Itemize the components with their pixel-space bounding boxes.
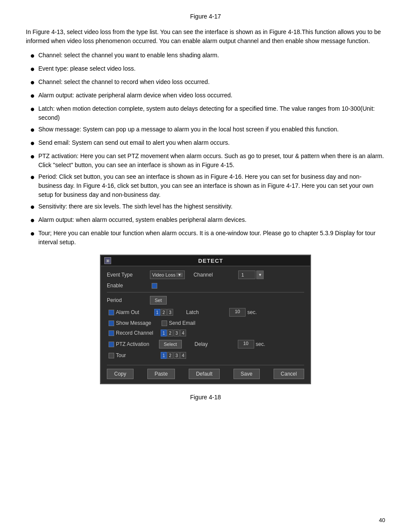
tour-badge-2[interactable]: 2 [167,352,173,359]
list-item: ●Channel: select the channel you want to… [30,51,385,62]
event-type-select[interactable]: Video Loss ▼ [150,271,185,279]
tour-checkbox[interactable] [109,353,114,358]
event-type-label: Event Type [107,272,150,278]
bullet-dot: ● [30,77,35,88]
alarm-out-row: Alarm Out 1 2 3 Latch 10 sec. [107,308,304,317]
page-number: 40 [379,517,385,523]
bullet-dot: ● [30,201,35,213]
event-type-arrow: ▼ [176,273,183,277]
tour-row: Tour 1 2 3 4 [107,352,304,359]
bullet-dot: ● [30,171,35,183]
tour-badge-1[interactable]: 1 [161,352,167,359]
default-button[interactable]: Default [189,369,220,379]
latch-value[interactable]: 10 [229,308,246,317]
bullet-dot: ● [30,50,35,62]
alarm-out-label: Alarm Out [116,309,153,315]
list-item-text: Period: Click set button, you can see an… [38,172,385,199]
list-item-text: Latch: when motion detection complete, s… [38,104,385,122]
figure-top-label: Figure 4-17 [26,13,385,20]
detect-footer: Copy Paste Default Save Cancel [107,365,304,379]
channel-arrow[interactable]: ▼ [256,271,264,279]
list-item-text: Send email: System can send out email to… [38,138,230,147]
list-item-text: Alarm output: activate peripheral alarm … [38,91,233,100]
latch-sec: sec. [247,309,257,315]
record-channel-row: Record Channel 1 2 3 4 [107,330,304,336]
list-item: ●Sensitivity: there are six levels. The … [30,202,385,213]
alarm-out-badges: 1 2 3 [154,309,173,316]
bullet-dot: ● [30,137,35,149]
bullet-dot: ● [30,151,35,162]
alarm-out-badge-1[interactable]: 1 [154,309,160,316]
copy-button[interactable]: Copy [107,369,134,379]
save-button[interactable]: Save [234,369,260,379]
detect-body: Event Type Video Loss ▼ Channel 1 ▼ Enab… [101,266,310,383]
list-item-text: Tour; Here you can enable tour function … [38,229,385,247]
alarm-out-badge-2[interactable]: 2 [161,309,167,316]
bullet-dot: ● [30,103,35,115]
bullet-dot: ● [30,124,35,136]
cancel-button[interactable]: Cancel [274,369,304,379]
detect-dialog: ▣ DETECT Event Type Video Loss ▼ Channel… [100,255,311,384]
tour-badge-4[interactable]: 4 [180,352,186,359]
list-item-text: Show message: System can pop up a messag… [38,125,339,134]
list-item: ●Period: Click set button, you can see a… [30,172,385,199]
detect-title: DETECT [115,258,307,264]
delay-label: Delay [195,341,238,347]
list-item: ●Latch: when motion detection complete, … [30,104,385,122]
list-item: ●Tour; Here you can enable tour function… [30,229,385,247]
period-label: Period [107,297,150,303]
paste-button[interactable]: Paste [147,369,175,379]
channel-value[interactable]: 1 [238,271,255,279]
period-set-button[interactable]: Set [150,296,167,305]
list-item: ●Event type: please select video loss. [30,64,385,75]
bullet-dot: ● [30,90,35,102]
intro-paragraph: In Figure 4-13, select video loss from t… [26,28,385,46]
record-ch-badge-1[interactable]: 1 [161,330,167,336]
enable-row: Enable [107,283,304,289]
list-item: ●Send email: System can send out email t… [30,138,385,149]
list-item: ●Show message: System can pop up a messa… [30,125,385,136]
detect-titlebar: ▣ DETECT [101,255,310,266]
record-ch-badge-3[interactable]: 3 [174,330,180,336]
list-item: ●Alarm output: activate peripheral alarm… [30,91,385,102]
alarm-out-badge-3[interactable]: 3 [167,309,173,316]
record-ch-badge-2[interactable]: 2 [167,330,173,336]
tour-badges: 1 2 3 4 [161,352,186,359]
divider-1 [107,292,304,292]
send-email-checkbox[interactable] [162,320,167,326]
show-message-row: Show Message Send Email [107,320,304,326]
send-email-label: Send Email [169,320,212,326]
record-ch-badge-4[interactable]: 4 [180,330,186,336]
channel-label: Channel [193,272,237,278]
record-channel-badges: 1 2 3 4 [161,330,186,336]
record-channel-label: Record Channel [116,330,159,336]
bullet-dot: ● [30,228,35,240]
bullet-dot: ● [30,215,35,226]
list-item-text: Event type: please select video loss. [38,64,136,73]
figure-bottom-label: Figure 4-18 [26,394,385,401]
alarm-out-checkbox[interactable] [109,310,114,315]
tour-badge-3[interactable]: 3 [174,352,180,359]
ptz-checkbox[interactable] [109,342,114,347]
enable-checkbox[interactable] [152,283,157,289]
latch-label: Latch [186,309,229,315]
channel-select-wrapper: 1 ▼ [237,271,264,279]
ptz-select-button[interactable]: Select [159,340,182,348]
detect-dialog-container: ▣ DETECT Event Type Video Loss ▼ Channel… [26,255,385,384]
delay-sec: sec. [256,341,265,347]
detect-titlebar-icon: ▣ [104,257,111,264]
list-item-text: Channel: select the channel you want to … [38,51,219,60]
event-type-value: Video Loss [152,272,175,277]
bullet-dot: ● [30,63,35,75]
list-item-text: Sensitivity: there are six levels. The s… [38,202,233,211]
show-message-checkbox[interactable] [109,320,114,326]
delay-value[interactable]: 10 [238,340,254,348]
show-message-label: Show Message [116,320,159,326]
period-row: Period Set [107,296,304,305]
record-channel-checkbox[interactable] [109,330,114,336]
list-item-text: Alarm output: when alarm occurred, syste… [38,215,246,224]
list-item-text: Channel: select the channel to record wh… [38,78,210,87]
ptz-row: PTZ Activation Select Delay 10 sec. [107,340,304,348]
enable-label: Enable [107,283,150,289]
bullet-list: ●Channel: select the channel you want to… [26,51,385,247]
